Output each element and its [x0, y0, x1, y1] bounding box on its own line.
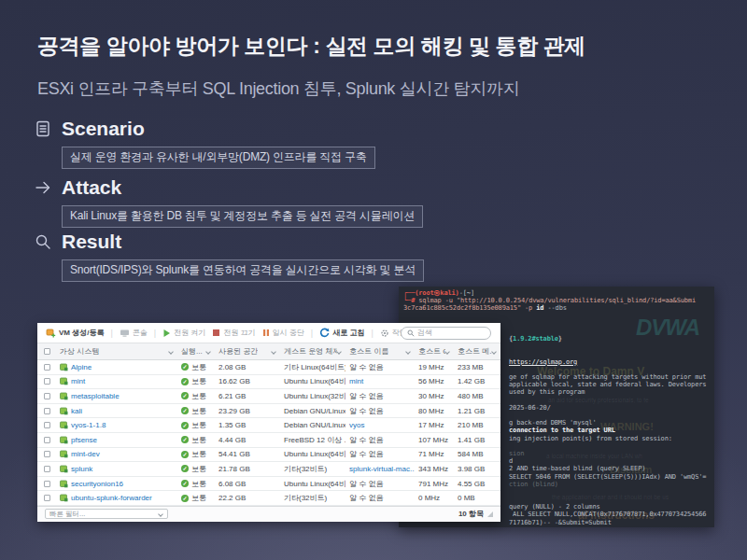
table-row[interactable]: kali✓보통23.29 GBDebian GNU/Linux...알 수 없음…	[37, 404, 500, 419]
chevron-down-icon[interactable]	[271, 349, 276, 355]
chevron-down-icon[interactable]	[336, 349, 342, 355]
vm-table-footer: 빠른 필터... 10 항목	[37, 506, 500, 521]
vm-name-link[interactable]: Alpine	[71, 363, 92, 371]
column-header-label: 사용된 공간	[218, 346, 258, 357]
row-checkbox[interactable]	[44, 422, 50, 428]
chevron-down-icon[interactable]	[205, 349, 211, 355]
vm-name-link[interactable]: mint-dev	[71, 450, 100, 458]
vm-name-link[interactable]: pfsense	[71, 436, 97, 444]
vm-icon	[60, 465, 68, 473]
vm-icon	[60, 480, 68, 488]
host-name-cell: 알 수 없음	[349, 493, 383, 503]
host-name-cell[interactable]: splunk-virtual-mac...	[349, 465, 415, 473]
host-name-cell: 알 수 없음	[349, 479, 383, 489]
table-row[interactable]: splunk✓보통21.78 GB기타(32비트)splunk-virtual-…	[37, 462, 500, 477]
chevron-down-icon[interactable]	[444, 349, 450, 355]
presentation-slide: 공격을 알아야 방어가 보인다 : 실전 모의 해킹 및 통합 관제 ESXi …	[0, 0, 747, 560]
host-memory-cell: 3.98 GB	[458, 465, 485, 473]
table-row[interactable]: mint✓보통16.62 GBUbuntu Linux(64비...mint56…	[37, 375, 500, 390]
resize-grip-icon[interactable]	[487, 511, 493, 517]
row-checkbox[interactable]	[44, 481, 50, 487]
guest-os-cell: Ubuntu Linux(64비...	[284, 479, 345, 489]
column-header[interactable]: 사용된 공간	[215, 343, 280, 359]
row-checkbox[interactable]	[44, 451, 50, 457]
guest-os-cell: Debian GNU/Linux...	[284, 421, 345, 429]
vm-name-link[interactable]: vyos-1-1.8	[71, 421, 106, 429]
host-memory-cell: 233 MB	[458, 363, 484, 371]
table-row[interactable]: ubuntu-splunk-forwarder✓보통22.2 GB기타(32비트…	[37, 491, 500, 506]
row-checkbox[interactable]	[44, 364, 50, 371]
guest-os-cell: FreeBSD 12 이상 ...	[284, 435, 345, 445]
column-header[interactable]: 실행...	[177, 343, 215, 359]
host-memory-cell: 480 MB	[458, 392, 484, 400]
host-cpu-cell: 80 MHz	[418, 407, 444, 415]
section-scenario: Scenario 실제 운영 환경과 유사한 내/외부망(DMZ) 인프라를 직…	[34, 118, 375, 169]
table-row[interactable]: securityonion16✓보통6.08 GBUbuntu Linux(64…	[37, 477, 500, 492]
column-header[interactable]: 호스트 C...	[415, 343, 454, 359]
table-row[interactable]: vyos-1-1.8✓보통1.35 GBDebian GNU/Linux...v…	[37, 418, 500, 433]
toolbar-console-button[interactable]: 콘솔	[120, 328, 148, 338]
power-off-icon	[212, 329, 220, 337]
column-header-label: 실행...	[181, 346, 203, 357]
chevron-down-icon[interactable]	[405, 349, 411, 355]
row-checkbox[interactable]	[44, 378, 50, 385]
quick-filter-select[interactable]: 빠른 필터...	[45, 509, 168, 519]
vm-icon	[60, 436, 68, 444]
vm-name-link[interactable]: ubuntu-splunk-forwarder	[71, 494, 152, 502]
column-header[interactable]: 가상 시스템	[56, 343, 177, 359]
row-checkbox[interactable]	[44, 466, 50, 472]
column-header[interactable]: 게스트 운영 체제	[280, 343, 345, 359]
toolbar-power-on-button[interactable]: 전원 켜기	[162, 328, 205, 338]
column-header[interactable]: 호스트 이름	[345, 343, 415, 359]
table-row[interactable]: metasploitable✓보통6.21 GBUbuntu Linux(32비…	[37, 389, 500, 404]
suspend-icon	[262, 329, 270, 337]
host-name-cell: 알 수 없음	[349, 406, 383, 416]
toolbar-vm-create-button[interactable]: VM 생성/등록	[46, 328, 104, 338]
vm-name-link[interactable]: splunk	[71, 465, 92, 473]
search-input[interactable]	[417, 329, 485, 337]
section-result: Result Snort(IDS/IPS)와 Splunk를 연동하여 공격을 …	[34, 231, 424, 282]
used-space-cell: 21.78 GB	[218, 465, 250, 473]
status-label: 보통	[191, 391, 206, 401]
table-row[interactable]: mint-dev✓보통54.41 GBUbuntu Linux(64비...알 …	[37, 448, 500, 463]
status-ok-icon: ✓	[181, 436, 189, 443]
host-name-cell[interactable]: mint	[349, 377, 363, 385]
vm-name-link[interactable]: metasploitable	[71, 392, 120, 400]
vm-name-link[interactable]: kali	[71, 407, 82, 415]
toolbar-separator: |	[371, 329, 373, 338]
guest-os-cell: Ubuntu Linux(64비...	[284, 449, 345, 459]
vm-name-link[interactable]: securityonion16	[71, 480, 123, 488]
row-checkbox[interactable]	[44, 495, 50, 501]
row-checkbox[interactable]	[44, 393, 50, 399]
terminal-line: 3c7ca61c885c52dc2f8b135e089a15" -p id --…	[403, 304, 714, 312]
toolbar-suspend-button[interactable]: 일시 중단	[262, 328, 304, 338]
chevron-down-icon[interactable]	[491, 349, 497, 355]
terminal-line: └─# sqlmap -u "http://10.0.0.254/dvwa/vu…	[403, 297, 714, 304]
vm-table-header: 가상 시스템실행...사용된 공간게스트 운영 체제호스트 이름호스트 C...…	[37, 343, 500, 360]
chevron-down-icon[interactable]	[168, 349, 174, 355]
guest-os-cell: Ubuntu Linux(32비...	[284, 391, 345, 401]
status-label: 보통	[191, 449, 206, 459]
vm-name-link[interactable]: mint	[71, 377, 85, 385]
row-checkbox[interactable]	[44, 437, 50, 443]
host-cpu-cell: 0 MHz	[418, 494, 440, 502]
row-checkbox[interactable]	[44, 408, 50, 414]
vm-icon	[60, 407, 68, 415]
section-heading-result: Result	[62, 231, 121, 253]
status-label: 보통	[191, 362, 206, 372]
status-ok-icon: ✓	[181, 495, 189, 502]
vm-search-box[interactable]	[401, 327, 491, 340]
table-row[interactable]: pfsense✓보통4.44 GBFreeBSD 12 이상 ...알 수 없음…	[37, 433, 500, 448]
status-ok-icon: ✓	[181, 392, 189, 399]
toolbar-separator: |	[110, 329, 112, 338]
toolbar-refresh-button[interactable]: 새로 고침	[319, 328, 364, 338]
toolbar-separator: |	[154, 329, 156, 338]
select-all-checkbox[interactable]	[44, 348, 50, 355]
host-name-cell[interactable]: vyos	[349, 421, 364, 429]
section-heading-attack: Attack	[62, 176, 121, 199]
toolbar-power-off-button[interactable]: 전원 끄기	[212, 328, 255, 338]
table-row[interactable]: Alpine✓보통2.08 GB기타 Linux(64비트)알 수 없음19 M…	[37, 360, 500, 375]
search-icon	[407, 329, 415, 337]
host-cpu-cell: 107 MHz	[418, 436, 448, 444]
column-header[interactable]: 호스트 메...	[454, 343, 500, 359]
